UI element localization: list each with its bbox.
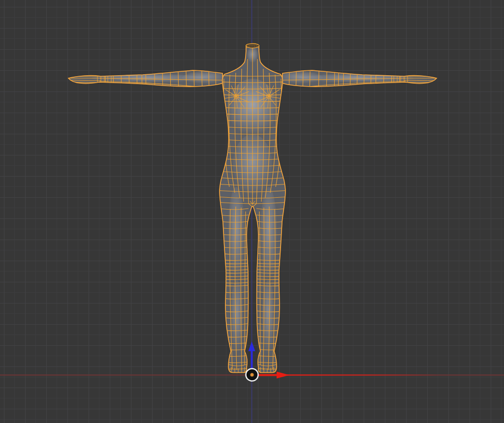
3d-viewport[interactable] [0,0,504,423]
object-origin-dot [250,373,254,377]
origin-widget[interactable] [246,369,258,381]
